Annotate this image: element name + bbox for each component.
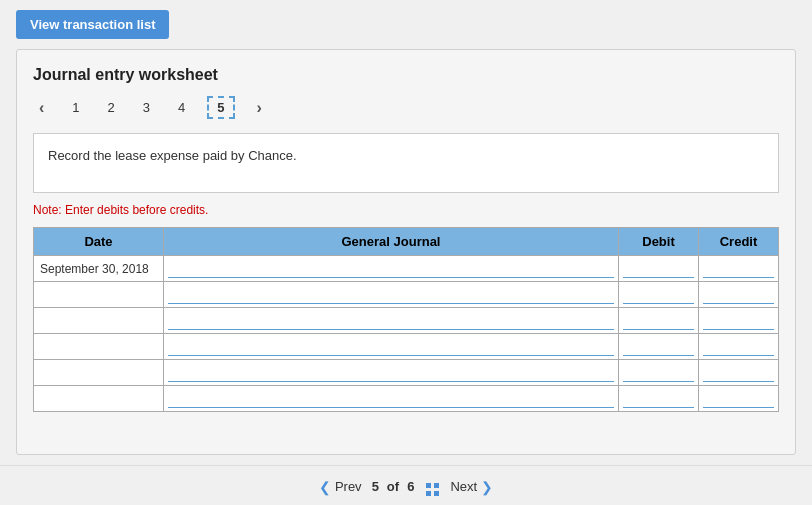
col-header-date: Date [34,228,164,256]
of-label: of [387,479,399,494]
date-cell-2 [34,282,164,308]
top-bar: View transaction list [0,0,812,49]
note-text: Note: Enter debits before credits. [33,203,779,217]
journal-table: Date General Journal Debit Credit Septem… [33,227,779,412]
date-cell-4 [34,334,164,360]
next-arrow-icon: ❯ [481,479,493,495]
total-pages: 6 [407,479,414,494]
credit-cell-5[interactable] [699,360,779,386]
prev-arrow[interactable]: ‹ [33,97,50,119]
page-5[interactable]: 5 [207,96,234,119]
credit-cell-2[interactable] [699,282,779,308]
page-4[interactable]: 4 [172,98,191,117]
general-cell-5[interactable] [164,360,619,386]
table-row: September 30, 2018 [34,256,779,282]
table-row [34,334,779,360]
blue-line [703,381,774,382]
date-cell-5 [34,360,164,386]
blue-line [703,303,774,304]
col-header-debit: Debit [619,228,699,256]
next-button[interactable]: Next ❯ [450,479,493,495]
main-content: Journal entry worksheet ‹ 1 2 3 4 5 › Re… [16,49,796,455]
general-cell-3[interactable] [164,308,619,334]
grid-icon[interactable] [426,476,440,497]
blue-line [168,355,614,356]
credit-cell-4[interactable] [699,334,779,360]
prev-label: Prev [335,479,362,494]
current-page: 5 [372,479,379,494]
blue-line [703,277,774,278]
blue-line [168,303,614,304]
table-row [34,282,779,308]
bottom-nav: ❮ Prev 5 of 6 Next ❯ [0,465,812,505]
blue-line [623,277,694,278]
prev-arrow-icon: ❮ [319,479,331,495]
debit-cell-1[interactable] [619,256,699,282]
grid-view-icon [426,483,440,497]
date-cell-3 [34,308,164,334]
blue-line [703,407,774,408]
instruction-box: Record the lease expense paid by Chance. [33,133,779,193]
col-header-credit: Credit [699,228,779,256]
blue-line [703,329,774,330]
prev-button[interactable]: ❮ Prev [319,479,362,495]
page-info: 5 of 6 [372,476,441,497]
blue-line [703,355,774,356]
page-2[interactable]: 2 [102,98,121,117]
credit-cell-6[interactable] [699,386,779,412]
debit-cell-4[interactable] [619,334,699,360]
blue-line [623,355,694,356]
blue-line [168,381,614,382]
blue-line [623,303,694,304]
table-row [34,360,779,386]
blue-line [623,407,694,408]
general-cell-1[interactable] [164,256,619,282]
general-cell-4[interactable] [164,334,619,360]
debit-cell-3[interactable] [619,308,699,334]
date-cell-6 [34,386,164,412]
date-cell-1: September 30, 2018 [34,256,164,282]
debit-cell-6[interactable] [619,386,699,412]
blue-line [168,277,614,278]
credit-cell-3[interactable] [699,308,779,334]
pagination-nav: ‹ 1 2 3 4 5 › [33,96,779,119]
page-3[interactable]: 3 [137,98,156,117]
instruction-text: Record the lease expense paid by Chance. [48,148,297,163]
blue-line [623,329,694,330]
blue-line [623,381,694,382]
blue-line [168,329,614,330]
view-transaction-button[interactable]: View transaction list [16,10,169,39]
next-arrow[interactable]: › [251,97,268,119]
table-row [34,308,779,334]
credit-cell-1[interactable] [699,256,779,282]
general-cell-2[interactable] [164,282,619,308]
table-row [34,386,779,412]
worksheet-title: Journal entry worksheet [33,66,779,84]
col-header-general: General Journal [164,228,619,256]
debit-cell-5[interactable] [619,360,699,386]
blue-line [168,407,614,408]
next-label: Next [450,479,477,494]
general-cell-6[interactable] [164,386,619,412]
page-1[interactable]: 1 [66,98,85,117]
debit-cell-2[interactable] [619,282,699,308]
